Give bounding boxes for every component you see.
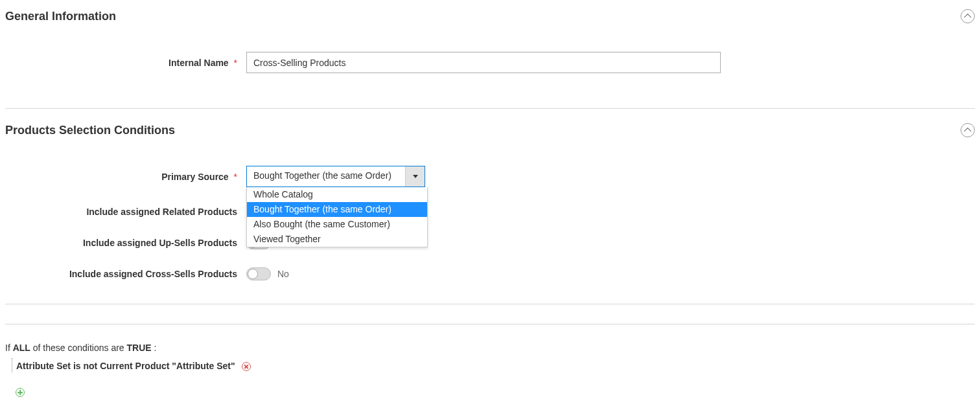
label-primary-source: Primary Source *	[5, 172, 246, 182]
row-primary-source: Primary Source * Bought Together (the sa…	[5, 166, 975, 187]
section-products-selection-conditions: Products Selection Conditions Primary So…	[5, 119, 975, 304]
rule-middle: of these conditions are	[30, 343, 127, 353]
rule-suffix: :	[152, 343, 157, 353]
label-text: Include assigned Up-Sells Products	[83, 238, 237, 248]
required-asterisk: *	[234, 172, 237, 182]
control-internal-name	[246, 52, 721, 73]
primary-source-option[interactable]: Whole Catalog	[247, 187, 427, 202]
rule-value[interactable]: Current Product "Attribute Set"	[100, 361, 235, 371]
label-text: Include assigned Cross-Sells Products	[69, 269, 237, 279]
rule-prefix: If	[5, 343, 13, 353]
select-display[interactable]: Bought Together (the same Order)	[246, 166, 425, 187]
label-include-crosssells: Include assigned Cross-Sells Products	[5, 269, 246, 279]
internal-name-input[interactable]	[246, 52, 721, 73]
row-include-upsells: Include assigned Up-Sells Products No	[5, 236, 975, 249]
toggle-include-crosssells[interactable]	[246, 267, 271, 280]
rule-operator[interactable]: is not	[71, 361, 100, 371]
rule-condition-row: Attribute Set is not Current Product "At…	[12, 358, 975, 372]
label-text: Include assigned Related Products	[86, 207, 237, 217]
row-include-related: Include assigned Related Products No	[5, 205, 975, 218]
section-title-conditions: Products Selection Conditions	[5, 124, 175, 137]
rule-bool[interactable]: TRUE	[127, 343, 152, 353]
section-header: Products Selection Conditions	[5, 119, 975, 154]
control-include-crosssells: No	[246, 267, 289, 280]
rule-root-line: If ALL of these conditions are TRUE :	[5, 343, 975, 353]
row-include-crosssells: Include assigned Cross-Sells Products No	[5, 267, 975, 280]
label-internal-name: Internal Name *	[5, 58, 246, 68]
section-title-general: General Information	[5, 10, 116, 23]
rule-aggregator[interactable]: ALL	[13, 343, 30, 353]
add-condition-icon[interactable]	[16, 388, 25, 397]
primary-source-option[interactable]: Viewed Together	[247, 232, 427, 247]
control-primary-source: Bought Together (the same Order) Whole C…	[246, 166, 425, 187]
add-condition-row	[5, 372, 975, 399]
chevron-down-icon[interactable]	[405, 166, 425, 187]
select-value: Bought Together (the same Order)	[247, 166, 405, 187]
primary-source-option[interactable]: Bought Together (the same Order)	[247, 202, 427, 217]
primary-source-dropdown[interactable]: Whole CatalogBought Together (the same O…	[246, 187, 428, 247]
required-asterisk: *	[234, 58, 237, 68]
label-text: Primary Source	[161, 172, 229, 182]
toggle-value-label: No	[277, 269, 289, 279]
collapse-icon[interactable]	[961, 9, 975, 23]
row-internal-name: Internal Name *	[5, 52, 975, 73]
rule-attribute[interactable]: Attribute Set	[16, 361, 71, 371]
label-text: Internal Name	[169, 58, 229, 68]
collapse-icon[interactable]	[961, 123, 975, 137]
label-include-upsells: Include assigned Up-Sells Products	[5, 238, 246, 248]
primary-source-select[interactable]: Bought Together (the same Order) Whole C…	[246, 166, 425, 187]
label-include-related: Include assigned Related Products	[5, 207, 246, 217]
primary-source-option[interactable]: Also Bought (the same Customer)	[247, 217, 427, 232]
remove-condition-icon[interactable]	[242, 362, 251, 371]
rule-conditions: If ALL of these conditions are TRUE : At…	[5, 324, 975, 399]
section-header: General Information	[5, 5, 975, 40]
section-general-information: General Information Internal Name *	[5, 5, 975, 109]
